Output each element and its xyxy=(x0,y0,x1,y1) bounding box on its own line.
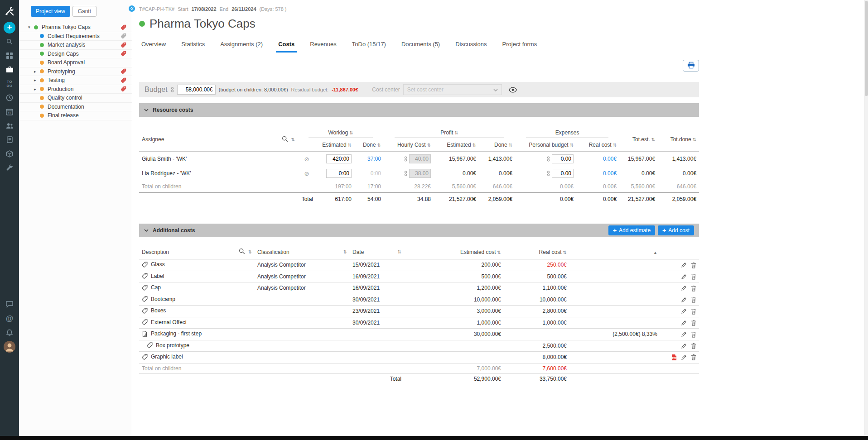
add-estimate-button[interactable]: +Add estimate xyxy=(608,225,655,235)
rail-notifications-button[interactable] xyxy=(0,325,19,340)
no-entry-icon[interactable]: ⊘ xyxy=(304,170,309,177)
sort-icon[interactable]: ⇅ xyxy=(343,249,347,254)
tree-item-pharma-tokyo-caps[interactable]: ▾Pharma Tokyo Caps xyxy=(19,23,132,32)
tab-todo-15-17[interactable]: ToDo (15/17) xyxy=(350,37,388,53)
sort-icon[interactable]: ⇅ xyxy=(497,250,501,255)
tab-assignments-2[interactable]: Assignments (2) xyxy=(218,37,265,53)
caret-down-icon[interactable]: ▾ xyxy=(28,25,34,29)
real-cost-link[interactable]: 0.00€ xyxy=(603,170,617,177)
sort-icon[interactable]: ⇅ xyxy=(348,143,352,148)
inherit-link-icon[interactable] xyxy=(547,156,550,162)
inherit-link-icon[interactable] xyxy=(404,171,407,176)
rail-clock-button[interactable] xyxy=(0,91,19,105)
tree-item-collect-requirements[interactable]: Collect Requirements xyxy=(19,32,132,41)
rail-projects-button[interactable] xyxy=(0,62,19,77)
tree-item-prototyping[interactable]: ▸Prototyping xyxy=(19,67,132,77)
worklog-estimated-input[interactable] xyxy=(326,169,352,178)
pdf-attachment-icon[interactable]: PDF xyxy=(671,354,677,361)
edit-icon[interactable] xyxy=(681,331,687,337)
caret-right-icon[interactable]: ▸ xyxy=(34,87,40,91)
delete-icon[interactable] xyxy=(691,273,696,280)
search-icon[interactable] xyxy=(239,248,245,256)
sort-icon[interactable]: ⇅ xyxy=(454,130,458,135)
rail-calendar-button[interactable]: 31 xyxy=(0,105,19,119)
tree-item-quality-control[interactable]: Quality control xyxy=(19,94,132,103)
sort-icon[interactable]: ⇅ xyxy=(509,143,512,148)
real-cost-link[interactable]: 0.00€ xyxy=(603,156,617,162)
tree-item-final-release[interactable]: Final release xyxy=(19,111,132,120)
tab-costs[interactable]: Costs xyxy=(276,37,297,53)
sort-icon[interactable]: ⇅ xyxy=(563,250,567,255)
rail-dashboard-button[interactable] xyxy=(0,48,19,62)
inherit-link-icon[interactable] xyxy=(171,87,174,92)
rail-todo-button[interactable]: TODO xyxy=(0,77,19,91)
worklog-done-link[interactable]: 0:00 xyxy=(371,170,381,177)
tree-item-board-approval[interactable]: Board Approval xyxy=(19,58,132,67)
tree-item-design-caps[interactable]: Design Caps xyxy=(19,50,132,59)
cost-description[interactable]: Cap xyxy=(151,284,161,291)
flag-tag-icon[interactable] xyxy=(121,51,126,57)
flag-tag-icon[interactable] xyxy=(121,33,126,39)
delete-icon[interactable] xyxy=(691,262,696,268)
sort-asc-icon[interactable]: ▲ xyxy=(653,250,657,255)
flag-tag-icon[interactable] xyxy=(121,24,126,30)
tree-item-production[interactable]: ▸Production xyxy=(19,85,132,94)
sort-icon[interactable]: ⇅ xyxy=(651,137,655,142)
vertical-scrollbar[interactable] xyxy=(864,0,868,436)
personal-budget-input[interactable] xyxy=(552,154,574,163)
delete-icon[interactable] xyxy=(691,320,696,326)
tree-item-testing[interactable]: ▸Testing xyxy=(19,76,132,85)
sort-icon[interactable]: ⇅ xyxy=(693,137,696,142)
rail-logo[interactable] xyxy=(0,2,19,20)
cost-description[interactable]: Box prototype xyxy=(156,342,189,349)
edit-icon[interactable] xyxy=(681,297,687,303)
print-button[interactable] xyxy=(683,60,699,72)
assignee-name[interactable]: Giulia Smith - 'WK' xyxy=(139,152,298,167)
rail-tools-button[interactable] xyxy=(0,161,19,175)
gantt-button[interactable]: Gantt xyxy=(72,6,96,17)
hourly-cost-input[interactable] xyxy=(409,154,431,163)
delete-icon[interactable] xyxy=(691,354,696,360)
edit-icon[interactable] xyxy=(681,262,687,268)
inherit-link-icon[interactable] xyxy=(404,156,407,162)
sort-icon[interactable]: ⇅ xyxy=(377,143,381,148)
delete-icon[interactable] xyxy=(691,308,696,315)
tab-documents-5[interactable]: Documents (5) xyxy=(399,37,442,53)
edit-icon[interactable] xyxy=(681,320,687,326)
sort-icon[interactable]: ⇅ xyxy=(613,143,617,148)
cost-description[interactable]: Boxes xyxy=(151,307,166,314)
cost-description[interactable]: Packaging - first step xyxy=(151,330,202,337)
tab-project-forms[interactable]: Project forms xyxy=(500,37,540,53)
eye-visibility-icon[interactable] xyxy=(509,87,517,93)
cost-description[interactable]: Bootcamp xyxy=(151,296,175,302)
tree-item-documentation[interactable]: Documentation xyxy=(19,103,132,112)
edit-icon[interactable] xyxy=(681,354,687,360)
scrollbar-thumb[interactable] xyxy=(865,1,868,96)
tab-statistics[interactable]: Statistics xyxy=(179,37,207,53)
inherit-link-icon[interactable] xyxy=(547,171,550,176)
collapse-sidebar-button[interactable] xyxy=(129,5,135,12)
cost-center-select[interactable]: Set cost center xyxy=(403,84,502,95)
flag-tag-icon[interactable] xyxy=(121,86,126,92)
collapse-section-icon[interactable] xyxy=(144,109,149,111)
assignee-name[interactable]: Lia Rodriguez - 'WK' xyxy=(139,166,298,181)
caret-right-icon[interactable]: ▸ xyxy=(34,69,40,74)
delete-icon[interactable] xyxy=(691,297,696,303)
hourly-cost-input[interactable] xyxy=(409,169,431,178)
collapse-section-icon[interactable] xyxy=(144,229,149,232)
rail-chat-button[interactable] xyxy=(0,297,19,311)
add-cost-button[interactable]: +Add cost xyxy=(658,225,694,235)
edit-icon[interactable] xyxy=(681,308,687,314)
flag-tag-icon[interactable] xyxy=(121,42,126,48)
tab-overview[interactable]: Overview xyxy=(139,37,168,53)
sort-icon[interactable]: ⇅ xyxy=(473,143,476,148)
rail-people-button[interactable] xyxy=(0,119,19,133)
flag-tag-icon[interactable] xyxy=(121,68,126,74)
rail-forms-button[interactable] xyxy=(0,133,19,147)
sort-icon[interactable]: ⇅ xyxy=(427,143,431,148)
search-icon[interactable] xyxy=(282,136,288,143)
sort-icon[interactable]: ⇅ xyxy=(349,130,353,135)
sort-icon[interactable]: ⇅ xyxy=(291,137,295,142)
edit-icon[interactable] xyxy=(681,285,687,291)
delete-icon[interactable] xyxy=(691,331,696,338)
